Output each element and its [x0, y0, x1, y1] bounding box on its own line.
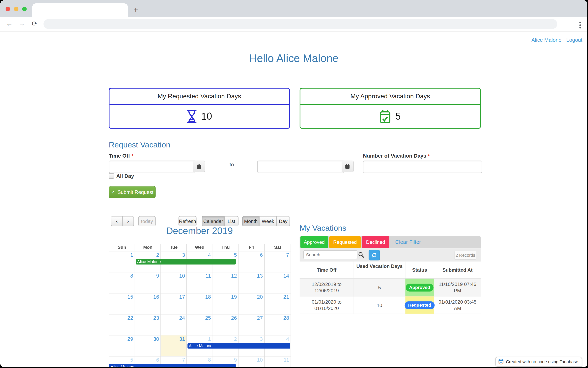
requested-card-title: My Requested Vacation Days — [109, 89, 289, 105]
used-days-cell: 5 — [354, 278, 406, 296]
number-of-days-label: Number of Vacation Days* — [363, 153, 430, 159]
search-icon[interactable] — [358, 252, 364, 259]
calendar-icon — [196, 164, 202, 169]
screenshot-stage: + ← → ⟳ Alice Malone Logout Hello Alice … — [0, 0, 588, 368]
calendar-cell[interactable]: 29 — [109, 335, 135, 357]
browser-tab[interactable] — [32, 3, 128, 17]
refresh-records-button[interactable] — [369, 250, 380, 260]
view-list-button[interactable]: List — [224, 216, 239, 226]
table-row[interactable]: 12/02/2019 to 12/06/20195Approved11/10/2… — [300, 278, 481, 296]
filter-requested-button[interactable]: Requested — [329, 236, 361, 248]
start-date-input[interactable] — [109, 161, 195, 173]
view-calendar-button[interactable]: Calendar — [202, 216, 225, 226]
all-day-field: All Day — [109, 173, 134, 179]
calendar-cell[interactable]: 20 — [239, 294, 265, 314]
submit-request-button[interactable]: ✓ Submit Request — [109, 186, 156, 198]
table-column-header[interactable]: Status — [405, 261, 434, 278]
used-days-cell: 10 — [354, 296, 406, 314]
table-column-header[interactable]: Submitted At — [434, 261, 481, 278]
status-badge: Approved — [406, 284, 434, 292]
calendar-cell[interactable]: 22 — [109, 314, 135, 335]
calendar-cell[interactable]: 13 — [239, 272, 265, 294]
calendar-cell[interactable]: 28 — [265, 314, 291, 335]
calendar-cell[interactable]: 14 — [265, 272, 291, 294]
account-links: Alice Malone Logout — [528, 37, 582, 43]
table-row[interactable]: 01/01/2020 to 01/10/202010Requested01/01… — [300, 296, 481, 314]
tadabase-badge[interactable]: Created with no-code using Tadabase — [495, 357, 582, 367]
calendar-cell[interactable]: 1 — [109, 251, 135, 272]
close-window-button[interactable] — [6, 7, 10, 11]
browser-window: + ← → ⟳ Alice Malone Logout Hello Alice … — [0, 0, 587, 367]
end-date-picker-button[interactable] — [342, 161, 354, 172]
end-date-input[interactable] — [257, 161, 343, 173]
status-cell: Requested — [405, 296, 434, 314]
all-day-checkbox[interactable] — [109, 173, 114, 178]
calendar-cell[interactable]: 11 — [187, 272, 213, 294]
filter-declined-button[interactable]: Declined — [362, 236, 389, 248]
reload-icon[interactable]: ⟳ — [30, 20, 39, 28]
calendar-cell[interactable]: 18 — [187, 294, 213, 314]
calendar-cell-today[interactable]: 31 — [161, 335, 187, 357]
calendar-event[interactable]: Alice Malone — [187, 343, 290, 349]
calendar-cell[interactable]: 30 — [135, 335, 161, 357]
approved-days-card: My Approved Vacation Days 5 — [300, 88, 481, 129]
calendar-cell[interactable]: 12 — [213, 272, 239, 294]
calendar-cell[interactable]: 15 — [109, 294, 135, 314]
month-calendar: SunMonTueWedThuFriSat 123456789101112131… — [109, 244, 291, 367]
number-of-days-input[interactable] — [363, 161, 482, 173]
table-column-header[interactable]: Used Vacation Days — [354, 261, 406, 278]
calendar-prev-button[interactable]: ‹ — [111, 216, 123, 226]
maximize-window-button[interactable] — [22, 7, 27, 11]
calendar-day-header: Tue — [161, 244, 187, 251]
calendar-cell[interactable]: 25 — [187, 314, 213, 335]
calendar-cell[interactable]: 17 — [161, 294, 187, 314]
browser-menu-icon[interactable] — [579, 21, 581, 30]
refresh-icon — [372, 253, 377, 258]
back-icon[interactable]: ← — [5, 20, 14, 28]
calendar-today-button[interactable]: today — [138, 216, 156, 226]
start-date-picker-button[interactable] — [193, 161, 205, 172]
submitted-at-cell: 01/01/2020 03:45 AM — [434, 296, 481, 314]
calendar-event[interactable]: Alice Malone — [109, 364, 236, 367]
filter-approved-button[interactable]: Approved — [301, 236, 328, 248]
calendar-month-title: December 2019 — [109, 226, 290, 237]
calendar-cell[interactable]: 11 — [265, 357, 291, 367]
calendar-cell[interactable]: 8 — [109, 272, 135, 294]
calendar-next-button[interactable]: › — [122, 216, 134, 226]
requested-days-value: 10 — [201, 111, 212, 122]
minimize-window-button[interactable] — [14, 7, 18, 11]
calendar-cell[interactable]: 16 — [135, 294, 161, 314]
calendar-cell[interactable]: 7 — [265, 251, 291, 272]
calendar-cell[interactable]: 10 — [239, 357, 265, 367]
calendar-cell[interactable]: 10 — [161, 272, 187, 294]
calendar-cell[interactable]: 24 — [161, 314, 187, 335]
calendar-check-icon — [380, 110, 391, 123]
table-column-header[interactable]: Time Off — [300, 261, 354, 278]
calendar-cell[interactable]: 21 — [265, 294, 291, 314]
calendar-cell[interactable]: 9 — [135, 272, 161, 294]
calendar-refresh-button[interactable]: Refresh — [178, 216, 196, 226]
logout-link[interactable]: Logout — [566, 37, 582, 43]
user-link[interactable]: Alice Malone — [531, 37, 561, 43]
calendar-icon — [345, 164, 350, 169]
my-vacations-heading: My Vacations — [300, 223, 346, 232]
calendar-event[interactable]: Alice Malone — [136, 259, 236, 265]
all-day-label: All Day — [116, 173, 134, 179]
clear-filter-link[interactable]: Clear Filter — [395, 239, 421, 245]
calendar-cell[interactable]: 19 — [213, 294, 239, 314]
submitted-at-cell: 11/10/2019 07:46 PM — [434, 278, 481, 296]
calendar-cell[interactable]: 26 — [213, 314, 239, 335]
view-week-button[interactable]: Week — [259, 216, 277, 226]
view-day-button[interactable]: Day — [276, 216, 290, 226]
address-bar[interactable] — [44, 19, 557, 29]
calendar-cell[interactable]: 6 — [239, 251, 265, 272]
calendar-body: 1234567891011121314151617181920212223242… — [109, 251, 291, 367]
search-input[interactable] — [303, 250, 357, 259]
view-month-button[interactable]: Month — [242, 216, 259, 226]
calendar-cell[interactable]: 23 — [135, 314, 161, 335]
calendar-day-header: Wed — [187, 244, 213, 251]
calendar-day-header: Thu — [213, 244, 239, 251]
new-tab-button[interactable]: + — [132, 6, 140, 14]
calendar-cell[interactable]: 27 — [239, 314, 265, 335]
page-content: Alice Malone Logout Hello Alice Malone M… — [0, 32, 587, 367]
